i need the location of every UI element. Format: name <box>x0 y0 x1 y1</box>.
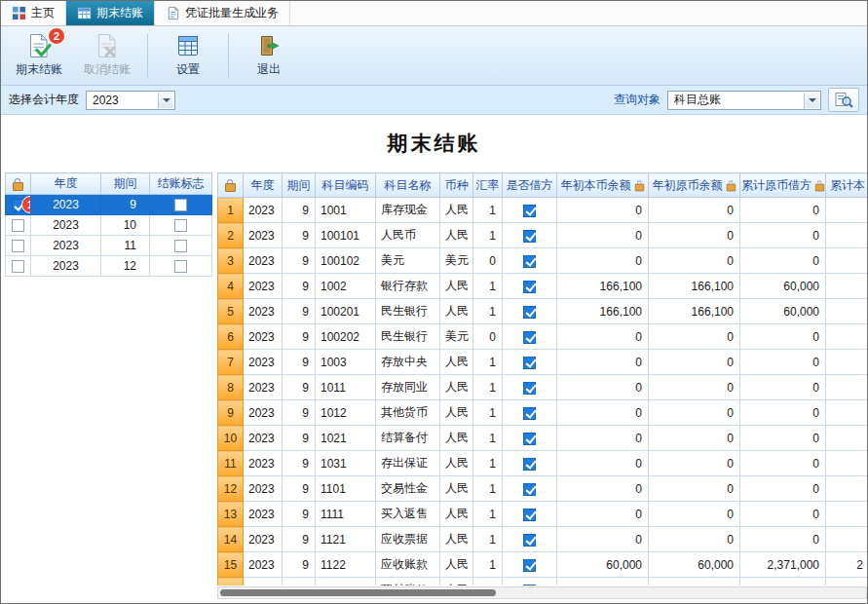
is-debit-checkbox[interactable] <box>523 306 536 319</box>
is-debit-cell[interactable] <box>503 299 557 324</box>
is-debit-checkbox[interactable] <box>523 230 536 243</box>
subject-row[interactable]: 11202391031存出保证人民1000 <box>218 451 868 476</box>
subject-row[interactable]: 10202391021结算备付人民1000 <box>218 426 868 451</box>
row-number-cell[interactable]: 8 <box>218 375 244 400</box>
subject-name-cell[interactable]: 存放同业 <box>376 375 440 400</box>
column-header[interactable]: 年初原币余额 <box>649 173 740 198</box>
column-header[interactable]: 期间 <box>283 173 316 198</box>
is-debit-checkbox[interactable] <box>523 458 536 471</box>
period-cell[interactable]: 9 <box>283 299 316 324</box>
accum-local-debit-cell[interactable] <box>826 248 868 274</box>
row-select-cell[interactable] <box>6 256 31 277</box>
is-debit-checkbox[interactable] <box>523 433 536 445</box>
subject-row[interactable]: 620239100202民生银行美元0000 <box>218 324 868 350</box>
begin-orig-balance-cell[interactable]: 0 <box>649 375 740 400</box>
begin-orig-balance-cell[interactable]: 0 <box>649 350 740 375</box>
period-cell[interactable]: 9 <box>283 451 316 476</box>
row-number-cell[interactable]: 15 <box>218 552 244 578</box>
row-number-cell[interactable]: 13 <box>218 502 244 527</box>
currency-cell[interactable]: 人民 <box>440 578 473 586</box>
begin-orig-balance-cell[interactable]: 0 <box>649 248 740 274</box>
rate-cell[interactable]: 1 <box>473 274 503 299</box>
period-row[interactable]: 202311 <box>6 236 212 256</box>
rate-cell[interactable]: 1 <box>473 476 503 502</box>
period-cell[interactable]: 9 <box>283 400 316 426</box>
year-cell[interactable]: 2023 <box>244 299 283 324</box>
is-debit-cell[interactable] <box>503 578 557 586</box>
accum-orig-debit-cell[interactable]: 0 <box>740 248 826 274</box>
year-cell[interactable]: 2023 <box>244 400 283 426</box>
period-cell[interactable]: 9 <box>283 324 316 350</box>
row-select-cell[interactable] <box>6 215 31 236</box>
begin-orig-balance-cell[interactable]: 166,100 <box>649 299 740 324</box>
year-cell[interactable]: 2023 <box>244 324 283 350</box>
begin-orig-balance-cell[interactable]: 0 <box>649 400 740 426</box>
subject-row[interactable]: 4202391002银行存款人民1166,100166,10060,000 <box>218 274 868 299</box>
begin-local-balance-cell[interactable]: 0 <box>557 223 649 248</box>
column-header[interactable]: 币种 <box>440 173 473 198</box>
begin-local-balance-cell[interactable]: 0 <box>557 451 649 476</box>
begin-orig-balance-cell[interactable]: 0 <box>649 324 740 350</box>
h-scroll-thumb[interactable] <box>220 589 496 596</box>
currency-cell[interactable]: 人民 <box>440 451 473 476</box>
accum-orig-debit-cell[interactable]: 0 <box>740 223 826 248</box>
subject-name-cell[interactable]: 结算备付 <box>376 426 440 451</box>
begin-local-balance-cell[interactable]: 0 <box>557 527 649 552</box>
is-debit-checkbox[interactable] <box>523 483 536 496</box>
subject-row[interactable]: 520239100201民生银行人民1166,100166,10060,000 <box>218 299 868 324</box>
dropdown-button[interactable] <box>804 93 819 108</box>
accum-orig-debit-cell[interactable]: 0 <box>740 400 826 426</box>
period-cell[interactable]: 9 <box>283 527 316 552</box>
is-debit-checkbox[interactable] <box>523 255 536 268</box>
year-cell[interactable]: 2023 <box>244 578 283 586</box>
is-debit-checkbox[interactable] <box>523 205 536 217</box>
column-header[interactable]: 科目名称 <box>376 173 440 198</box>
period-cell[interactable]: 9 <box>283 552 316 578</box>
is-debit-checkbox[interactable] <box>523 509 536 521</box>
begin-local-balance-cell[interactable]: 0 <box>557 350 649 375</box>
period-row[interactable]: 120239 <box>6 195 212 215</box>
begin-orig-balance-cell[interactable]: 0 <box>649 578 740 586</box>
close-flag-checkbox[interactable] <box>174 240 187 252</box>
row-number-cell[interactable]: 14 <box>218 527 244 552</box>
is-debit-cell[interactable] <box>503 451 557 476</box>
accum-orig-debit-cell[interactable]: 0 <box>740 350 826 375</box>
accum-local-debit-cell[interactable] <box>826 198 868 223</box>
subject-code-cell[interactable]: 100201 <box>316 299 376 324</box>
currency-cell[interactable]: 人民 <box>440 476 473 502</box>
begin-local-balance-cell[interactable]: 0 <box>557 502 649 527</box>
cancel-close-button[interactable]: 取消结账 <box>73 26 141 85</box>
column-header[interactable]: 累计本 <box>826 173 868 198</box>
column-header-close-flag[interactable]: 结账标志 <box>150 173 212 195</box>
is-debit-cell[interactable] <box>503 375 557 400</box>
begin-orig-balance-cell[interactable]: 0 <box>649 426 740 451</box>
accum-local-debit-cell[interactable]: 2 <box>826 552 868 578</box>
year-cell[interactable]: 2023 <box>244 274 283 299</box>
begin-orig-balance-cell[interactable]: 0 <box>649 527 740 552</box>
column-header[interactable]: 累计原币借方 <box>740 173 826 198</box>
begin-local-balance-cell[interactable]: 0 <box>557 198 649 223</box>
subject-name-cell[interactable]: 应收账款 <box>376 552 440 578</box>
column-header[interactable]: 是否借方 <box>503 173 557 198</box>
period-row[interactable]: 202312 <box>6 256 212 277</box>
row-number-cell[interactable]: 6 <box>218 324 244 350</box>
year-cell[interactable]: 2023 <box>31 256 101 277</box>
column-header[interactable]: 年初本币余额 <box>557 173 649 198</box>
subject-row[interactable]: 9202391012其他货币人民1000 <box>218 400 868 426</box>
accum-orig-debit-cell[interactable]: 0 <box>740 578 826 586</box>
accum-orig-debit-cell[interactable]: 2,371,000 <box>740 552 826 578</box>
subject-row[interactable]: 16202391123预付账款人民1000 <box>218 578 868 586</box>
subject-code-cell[interactable]: 1002 <box>316 274 376 299</box>
begin-local-balance-cell[interactable]: 0 <box>557 248 649 274</box>
is-debit-cell[interactable] <box>503 527 557 552</box>
rate-cell[interactable]: 1 <box>473 350 503 375</box>
accum-local-debit-cell[interactable] <box>826 451 868 476</box>
accum-local-debit-cell[interactable] <box>826 350 868 375</box>
row-number-cell[interactable]: 3 <box>218 248 244 274</box>
is-debit-checkbox[interactable] <box>523 559 536 572</box>
subject-code-cell[interactable]: 1001 <box>316 198 376 223</box>
rate-cell[interactable]: 1 <box>473 451 503 476</box>
row-select-cell[interactable] <box>6 236 31 256</box>
accum-local-debit-cell[interactable] <box>826 502 868 527</box>
subject-row[interactable]: 7202391003存放中央人民1000 <box>218 350 868 375</box>
